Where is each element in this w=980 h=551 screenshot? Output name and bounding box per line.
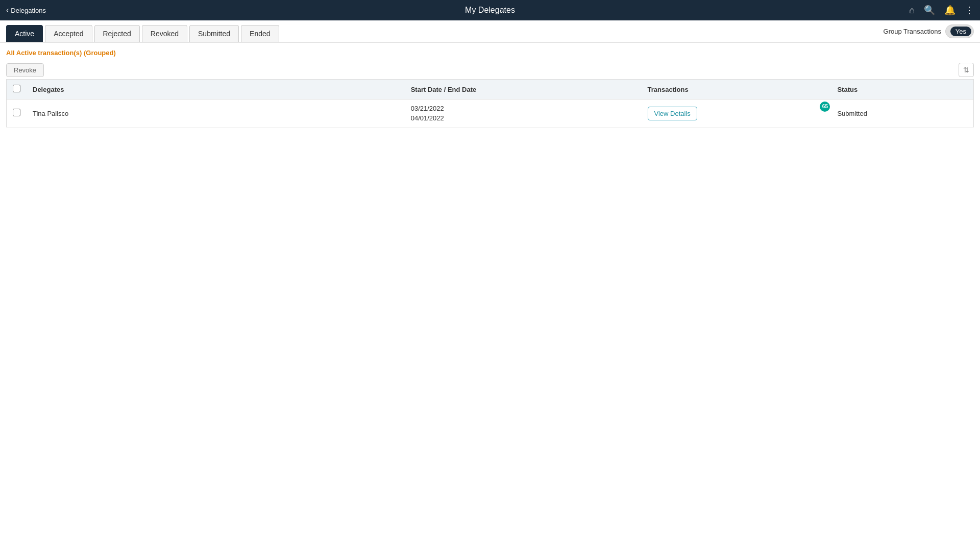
col-header-delegates: Delegates	[27, 80, 405, 99]
transactions-cell: View Details 65	[642, 99, 831, 128]
tab-rejected[interactable]: Rejected	[94, 25, 140, 42]
search-icon[interactable]: 🔍	[924, 5, 935, 16]
page-title: My Delegates	[465, 6, 515, 15]
date-cell: 03/21/2022 04/01/2022	[405, 99, 642, 128]
view-details-button[interactable]: View Details	[648, 107, 697, 120]
col-header-checkbox	[7, 80, 27, 99]
group-transactions-toggle[interactable]: Yes	[945, 24, 974, 38]
tab-revoked[interactable]: Revoked	[142, 25, 187, 42]
table-toolbar: Revoke ⇅	[6, 63, 974, 77]
tab-bar: Active Accepted Rejected Revoked Submitt…	[0, 20, 980, 43]
group-transactions-control: Group Transactions Yes	[884, 24, 974, 42]
transaction-badge: 65	[820, 102, 830, 112]
start-date: 03/21/2022	[411, 105, 635, 112]
nav-icons: ⌂ 🔍 🔔 ⋮	[909, 5, 974, 16]
sort-button[interactable]: ⇅	[959, 63, 974, 77]
back-label: Delegations	[11, 7, 46, 14]
section-title: All Active transaction(s) (Grouped)	[6, 49, 974, 57]
tab-submitted[interactable]: Submitted	[189, 25, 239, 42]
tab-ended[interactable]: Ended	[241, 25, 279, 42]
main-content: All Active transaction(s) (Grouped) Revo…	[0, 43, 980, 134]
nav-bar: ‹ Delegations My Delegates ⌂ 🔍 🔔 ⋮	[0, 0, 980, 20]
delegate-name-cell: Tina Palisco	[27, 99, 405, 128]
more-icon[interactable]: ⋮	[965, 5, 974, 16]
status-cell: Submitted	[831, 99, 973, 128]
revoke-button[interactable]: Revoke	[6, 63, 44, 77]
delegates-table: Delegates Start Date / End Date Transact…	[6, 79, 974, 128]
select-all-checkbox[interactable]	[13, 85, 20, 92]
group-transactions-value: Yes	[950, 27, 971, 36]
col-header-status: Status	[831, 80, 973, 99]
back-button[interactable]: ‹ Delegations	[6, 6, 46, 15]
table-row: Tina Palisco 03/21/2022 04/01/2022 View …	[7, 99, 974, 128]
tab-active[interactable]: Active	[6, 25, 43, 42]
table-header-row: Delegates Start Date / End Date Transact…	[7, 80, 974, 99]
home-icon[interactable]: ⌂	[909, 5, 915, 16]
col-header-transactions: Transactions	[642, 80, 831, 99]
row-checkbox[interactable]	[13, 109, 20, 116]
col-header-dates: Start Date / End Date	[405, 80, 642, 99]
bell-icon[interactable]: 🔔	[944, 5, 955, 16]
group-transactions-label: Group Transactions	[884, 28, 941, 35]
tab-accepted[interactable]: Accepted	[45, 25, 92, 42]
back-arrow-icon: ‹	[6, 6, 9, 15]
end-date: 04/01/2022	[411, 114, 635, 122]
row-checkbox-cell	[7, 99, 27, 128]
